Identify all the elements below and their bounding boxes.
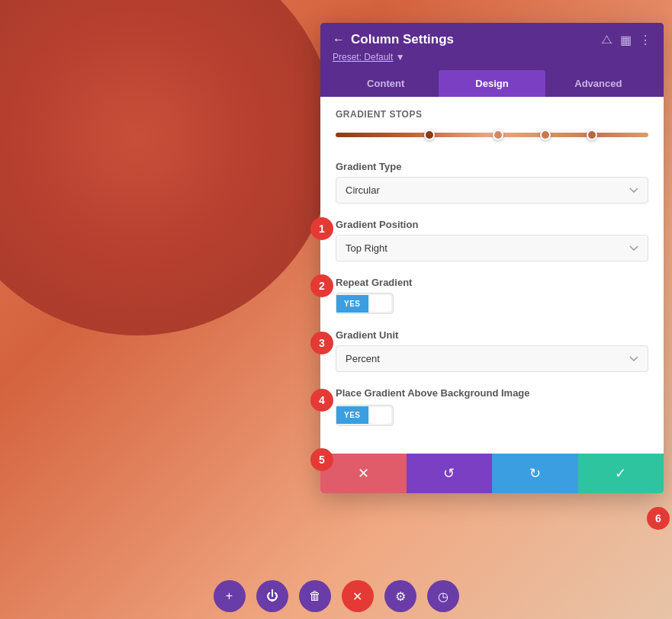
gradient-track (336, 133, 648, 137)
gradient-unit-select[interactable]: Percent Pixels (336, 345, 648, 372)
settings-button[interactable]: ⚙ (384, 580, 416, 612)
confirm-icon: ✓ (615, 465, 626, 482)
step-badge-2: 2 (310, 274, 333, 297)
gradient-stop-1[interactable] (424, 130, 435, 140)
gradient-stop-4[interactable] (587, 130, 597, 140)
tab-design[interactable]: Design (439, 70, 545, 97)
clock-button[interactable]: ◷ (427, 580, 459, 612)
panel-tabs: Content Design Advanced (333, 70, 651, 97)
trash-button[interactable]: 🗑 (299, 580, 331, 612)
gradient-type-label: Gradient Type (336, 161, 648, 172)
action-bar: ✕ ↺ ↻ ✓ (320, 454, 664, 493)
toggle-thumb (370, 295, 391, 312)
gradient-position-label: Gradient Position (336, 219, 648, 230)
cancel-icon: ✕ (358, 465, 369, 482)
place-gradient-section: Place Gradient Above Background Image YE… (336, 387, 648, 426)
tab-content[interactable]: Content (333, 70, 439, 97)
redo-icon: ↻ (529, 465, 541, 482)
reset-icon: ↺ (443, 465, 455, 482)
add-button[interactable]: + (214, 580, 246, 612)
background-circle (0, 0, 336, 335)
panel-header: ← Column Settings ⧍ ▦ ⋮ Preset: Default … (320, 23, 664, 97)
repeat-gradient-section: Repeat Gradient YES (336, 277, 648, 314)
gradient-stops-section: Gradient Stops (336, 109, 648, 143)
step-badge-4: 4 (310, 389, 333, 412)
tab-advanced[interactable]: Advanced (545, 70, 651, 97)
gradient-position-select[interactable]: Top Left Top Right Center Bottom Left Bo… (336, 235, 648, 261)
repeat-gradient-toggle[interactable]: YES (336, 293, 394, 314)
repeat-gradient-toggle-row: YES (336, 293, 648, 314)
gradient-unit-label: Gradient Unit (336, 329, 648, 341)
panel-title-icons: ⧍ ▦ ⋮ (601, 33, 651, 47)
redo-button[interactable]: ↻ (492, 454, 578, 493)
place-gradient-toggle-row: YES (336, 405, 648, 426)
confirm-button[interactable]: ✓ (578, 454, 664, 493)
place-gradient-thumb (370, 407, 391, 424)
panel-title-left: ← Column Settings (333, 32, 454, 47)
panel-body: Gradient Stops Gradient Type Linear Circ… (320, 97, 664, 454)
step-badge-1: 1 (310, 217, 333, 240)
column-settings-panel: ← Column Settings ⧍ ▦ ⋮ Preset: Default … (320, 23, 664, 493)
panel-title: Column Settings (351, 32, 454, 47)
step-badge-6: 6 (647, 507, 670, 530)
resize-icon[interactable]: ⧍ (601, 33, 613, 47)
step-badge-3: 3 (310, 332, 333, 354)
gradient-stop-2[interactable] (493, 130, 503, 140)
place-gradient-yes-label: YES (336, 406, 368, 424)
gradient-stop-3[interactable] (540, 130, 551, 140)
step-badge-5: 5 (310, 448, 333, 471)
delete-button[interactable]: ✕ (342, 580, 374, 612)
gradient-type-section: Gradient Type Linear Circular Conic (336, 161, 648, 204)
panel-title-row: ← Column Settings ⧍ ▦ ⋮ (333, 32, 651, 47)
gradient-stops-label: Gradient Stops (336, 109, 648, 120)
toggle-yes-label: YES (336, 295, 368, 313)
more-icon[interactable]: ⋮ (639, 33, 651, 47)
columns-icon[interactable]: ▦ (620, 33, 632, 47)
repeat-gradient-label: Repeat Gradient (336, 277, 648, 288)
power-button[interactable]: ⏻ (256, 580, 288, 612)
preset-dropdown[interactable]: Preset: Default ▼ (333, 52, 651, 63)
reset-button[interactable]: ↺ (407, 454, 493, 493)
gradient-position-section: Gradient Position Top Left Top Right Cen… (336, 219, 648, 261)
back-icon[interactable]: ← (333, 33, 345, 47)
gradient-unit-section: Gradient Unit Percent Pixels (336, 329, 648, 372)
place-gradient-label: Place Gradient Above Background Image (336, 387, 648, 400)
place-gradient-toggle[interactable]: YES (336, 405, 394, 426)
gradient-stops-bar[interactable] (336, 127, 648, 143)
bottom-toolbar: + ⏻ 🗑 ✕ ⚙ ◷ (0, 573, 672, 619)
gradient-type-select[interactable]: Linear Circular Conic (336, 177, 648, 204)
